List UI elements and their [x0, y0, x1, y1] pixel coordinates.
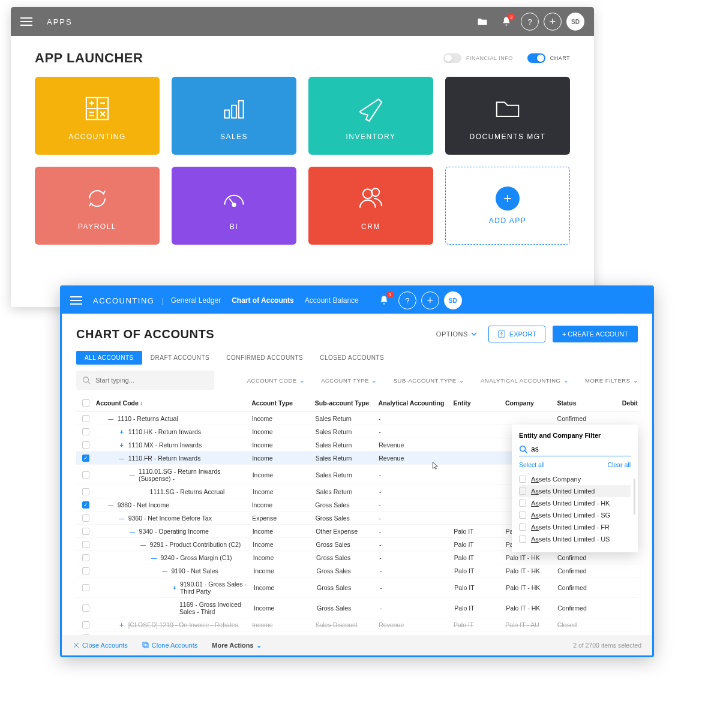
- collapse-icon[interactable]: [107, 501, 115, 509]
- avatar[interactable]: SD: [566, 13, 584, 31]
- row-checkbox[interactable]: [82, 415, 89, 422]
- th-sub-type[interactable]: Sub-account Type: [315, 399, 379, 407]
- row-checkbox[interactable]: [82, 621, 89, 628]
- filter-option[interactable]: Assets United Limited - SG: [519, 509, 631, 521]
- breadcrumb-general-ledger[interactable]: General Ledger: [171, 296, 221, 305]
- row-checkbox[interactable]: [82, 584, 89, 591]
- row-checkbox[interactable]: [82, 541, 89, 548]
- filter-account-code[interactable]: ACCOUNT CODE⌄: [247, 377, 304, 384]
- expand-icon[interactable]: [118, 621, 126, 628]
- table-row[interactable]: 9190 - Net SalesIncomeGross Sales-Palo I…: [76, 564, 638, 577]
- row-checkbox[interactable]: [82, 567, 89, 574]
- option-checkbox[interactable]: [519, 524, 526, 531]
- filter-option[interactable]: Assets United Limited - FR: [519, 521, 631, 533]
- tile-bi[interactable]: BI: [172, 167, 296, 245]
- collapse-icon[interactable]: [128, 471, 136, 479]
- bell-icon[interactable]: 3: [374, 291, 394, 310]
- filter-option[interactable]: Assets United Limited: [519, 485, 631, 497]
- filter-option[interactable]: Assets Company: [519, 473, 631, 485]
- row-checkbox[interactable]: [82, 501, 89, 509]
- collapse-icon[interactable]: [150, 554, 158, 561]
- avatar[interactable]: SD: [444, 291, 462, 309]
- popover-search-input[interactable]: [531, 445, 631, 453]
- row-checkbox[interactable]: [82, 604, 89, 612]
- th-company[interactable]: Company: [505, 399, 557, 407]
- row-checkbox[interactable]: [82, 554, 89, 561]
- th-account-code[interactable]: Account Code↓: [96, 399, 251, 407]
- breadcrumb-account-balance[interactable]: Account Balance: [305, 296, 359, 305]
- option-checkbox[interactable]: [519, 500, 526, 507]
- filter-sub-account-type[interactable]: SUB-ACCOUNT TYPE⌄: [394, 377, 464, 384]
- search-input[interactable]: [95, 377, 208, 384]
- tile-inventory[interactable]: INVENTORY: [308, 77, 433, 155]
- filter-option[interactable]: Assets United Limited - US: [519, 533, 631, 545]
- tab-confirmed-accounts[interactable]: CONFIRMED ACCOUNTS: [218, 351, 311, 365]
- export-button[interactable]: EXPORT: [488, 326, 545, 342]
- tile-documents[interactable]: DOCUMENTS MGT: [445, 77, 570, 155]
- option-checkbox[interactable]: [519, 488, 526, 495]
- table-row[interactable]: 1110 - Returns ActualIncomeSales Return-…: [76, 412, 638, 425]
- collapse-icon[interactable]: [118, 455, 126, 462]
- filter-more[interactable]: MORE FILTERS⌄: [585, 377, 638, 384]
- toggle-chart[interactable]: CHART: [527, 53, 570, 63]
- collapse-icon[interactable]: [161, 567, 169, 574]
- row-checkbox[interactable]: [82, 428, 89, 435]
- table-row[interactable]: [CLOSED] 1210 - On Invoice - RebatesInco…: [76, 618, 638, 631]
- popover-scrollbar[interactable]: [634, 479, 635, 515]
- row-checkbox[interactable]: [82, 528, 89, 535]
- more-actions-button[interactable]: More Actions⌄: [212, 642, 261, 649]
- popover-title: Entity and Company Filter: [519, 432, 631, 439]
- tab-draft-accounts[interactable]: DRAFT ACCOUNTS: [142, 351, 218, 365]
- option-checkbox[interactable]: [519, 512, 526, 519]
- select-all-link[interactable]: Select all: [519, 461, 545, 468]
- th-analytical[interactable]: Analytical Accounting: [379, 399, 454, 407]
- row-checkbox[interactable]: [82, 441, 89, 449]
- select-all-checkbox[interactable]: [82, 399, 89, 407]
- table-row[interactable]: 9190.01 - Gross Sales - Third PartyIncom…: [76, 577, 638, 598]
- collapse-icon[interactable]: [139, 541, 148, 548]
- filter-option[interactable]: Assets United Limited - HK: [519, 497, 631, 509]
- toggle-financial-info[interactable]: FINANCIAL INFO: [443, 53, 513, 63]
- tab-all-accounts[interactable]: ALL ACCOUNTS: [76, 351, 142, 365]
- tile-sales[interactable]: SALES: [172, 77, 296, 155]
- collapse-icon[interactable]: [107, 415, 115, 422]
- tile-accounting[interactable]: ACCOUNTING: [35, 77, 160, 155]
- expand-icon[interactable]: [171, 584, 177, 591]
- breadcrumb-chart-of-accounts[interactable]: Chart of Accounts: [232, 296, 294, 305]
- tab-closed-accounts[interactable]: CLOSED ACCOUNTS: [311, 351, 392, 365]
- row-checkbox[interactable]: [82, 471, 89, 479]
- menu-icon[interactable]: [20, 17, 32, 26]
- help-icon[interactable]: ?: [521, 13, 539, 31]
- expand-icon[interactable]: [118, 441, 126, 449]
- table-row[interactable]: 9240 - Gross Margin (C1)IncomeGross Sale…: [76, 551, 638, 564]
- table-row[interactable]: 1169 - Gross Invoiced Sales - ThirdIncom…: [76, 598, 638, 618]
- options-button[interactable]: OPTIONS: [436, 330, 478, 338]
- clear-all-link[interactable]: Clear all: [607, 461, 631, 468]
- add-icon[interactable]: +: [544, 13, 562, 31]
- add-icon[interactable]: +: [421, 291, 439, 309]
- row-checkbox[interactable]: [82, 515, 89, 522]
- folder-icon[interactable]: [473, 12, 492, 31]
- th-entity[interactable]: Entity: [453, 399, 505, 407]
- collapse-icon[interactable]: [128, 528, 137, 535]
- filter-account-type[interactable]: ACCOUNT TYPE⌄: [321, 377, 377, 384]
- collapse-icon[interactable]: [118, 515, 126, 522]
- th-account-type[interactable]: Account Type: [251, 399, 315, 407]
- tile-crm[interactable]: CRM: [308, 167, 433, 245]
- th-status[interactable]: Status: [557, 399, 603, 407]
- menu-icon[interactable]: [70, 296, 82, 305]
- expand-icon[interactable]: [118, 428, 126, 435]
- option-checkbox[interactable]: [519, 476, 526, 483]
- row-checkbox[interactable]: [82, 455, 89, 462]
- option-checkbox[interactable]: [519, 536, 526, 543]
- close-accounts-button[interactable]: Close Accounts: [73, 642, 128, 649]
- clone-accounts-button[interactable]: Clone Accounts: [142, 642, 197, 649]
- create-account-button[interactable]: + CREATE ACCOUNT: [553, 326, 638, 342]
- row-checkbox[interactable]: [82, 488, 89, 495]
- tile-payroll[interactable]: PAYROLL: [35, 167, 160, 245]
- filter-analytical[interactable]: ANALYTICAL ACCOUNTING⌄: [481, 377, 568, 384]
- tile-add-app[interactable]: + ADD APP: [445, 167, 570, 245]
- help-icon[interactable]: ?: [398, 291, 416, 309]
- bell-icon[interactable]: 3: [497, 12, 516, 31]
- th-debit[interactable]: Debit: [603, 399, 638, 407]
